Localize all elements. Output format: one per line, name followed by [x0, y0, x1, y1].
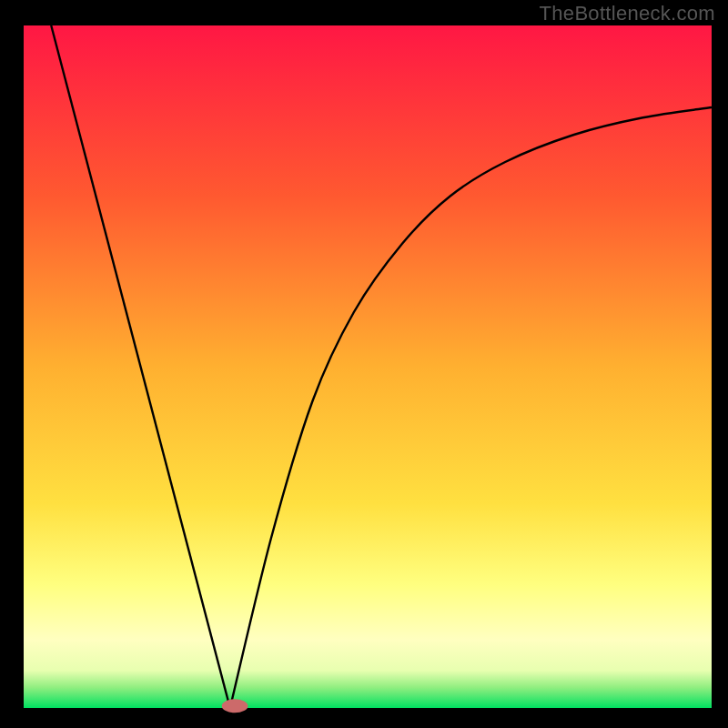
- min-marker: [222, 699, 248, 713]
- plot-background: [24, 25, 712, 708]
- bottleneck-chart: [0, 0, 728, 728]
- chart-frame: TheBottleneck.com: [0, 0, 728, 728]
- watermark-text: TheBottleneck.com: [540, 2, 715, 25]
